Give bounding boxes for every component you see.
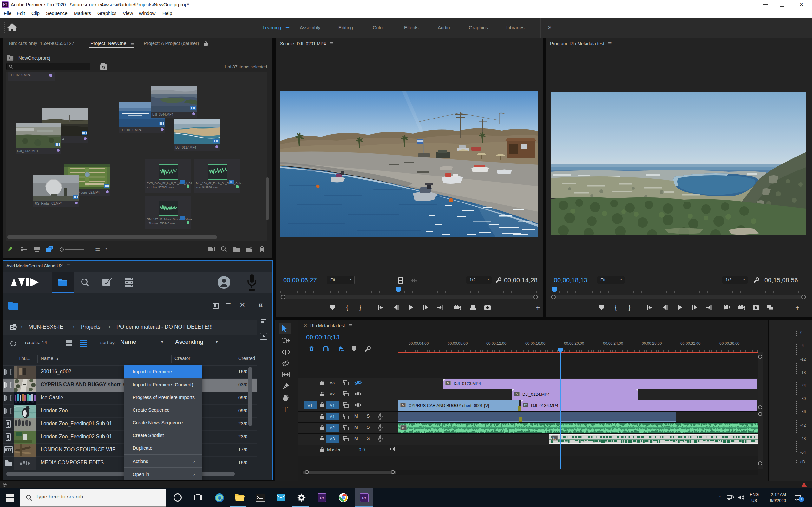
svg-text:fx: fx — [553, 436, 556, 440]
svg-text:fx: fx — [402, 426, 405, 430]
